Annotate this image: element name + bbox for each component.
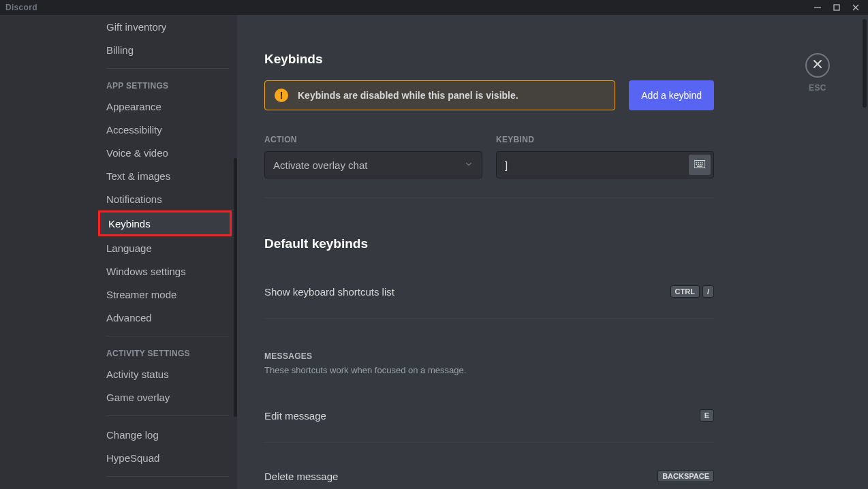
sidebar-category-activity-settings: ACTIVITY SETTINGS xyxy=(104,336,232,362)
sidebar-item-label: Billing xyxy=(106,44,134,56)
sidebar-item-label: Language xyxy=(106,242,152,254)
sidebar-item-streamer-mode[interactable]: Streamer mode xyxy=(104,283,232,306)
sidebar-item-label: Windows settings xyxy=(106,266,186,277)
chevron-down-icon xyxy=(464,159,474,171)
svg-rect-1 xyxy=(834,5,839,10)
svg-rect-13 xyxy=(697,165,702,166)
sidebar-item-gift-inventory[interactable]: Gift inventory xyxy=(104,15,232,38)
sidebar-item-text-images[interactable]: Text & images xyxy=(104,164,232,187)
content-divider xyxy=(264,198,714,198)
keybind-row-delete-message: Delete message BACKSPACE xyxy=(264,443,714,482)
keybinds-disabled-warning: ! Keybinds are disabled while this panel… xyxy=(264,80,615,110)
svg-rect-12 xyxy=(702,164,703,165)
settings-content: Keybinds ! Keybinds are disabled while t… xyxy=(237,15,868,489)
record-keybind-button[interactable] xyxy=(689,155,711,175)
sidebar-item-logout[interactable]: Log out xyxy=(104,484,232,489)
keybind-row-show-shortcuts: Show keyboard shortcuts list CTRL / xyxy=(264,251,714,319)
add-keybind-button[interactable]: Add a keybind xyxy=(629,80,714,110)
settings-sidebar: Gift inventory Billing APP SETTINGS Appe… xyxy=(0,15,237,489)
page-title: Keybinds xyxy=(264,52,714,67)
action-select-value: Activate overlay chat xyxy=(273,159,367,171)
sidebar-item-game-overlay[interactable]: Game overlay xyxy=(104,385,232,409)
sidebar-item-label: Gift inventory xyxy=(106,21,166,33)
sidebar-item-label: Change log xyxy=(106,429,159,441)
key-cap: E xyxy=(700,409,714,422)
sidebar-item-appearance[interactable]: Appearance xyxy=(104,95,232,118)
close-settings: ESC xyxy=(805,53,830,93)
svg-rect-11 xyxy=(700,164,701,165)
keybind-row-label: Edit message xyxy=(264,410,326,422)
window-controls xyxy=(808,0,865,15)
keybind-value: ] xyxy=(505,159,508,171)
svg-rect-7 xyxy=(700,162,701,163)
titlebar: Discord xyxy=(0,0,868,15)
key-cap: BACKSPACE xyxy=(657,470,714,482)
keybind-row-keys: E xyxy=(700,409,714,422)
sidebar-item-keybinds[interactable]: Keybinds xyxy=(98,210,232,236)
sidebar-item-notifications[interactable]: Notifications xyxy=(104,187,232,210)
key-cap: CTRL xyxy=(670,285,700,298)
warning-icon: ! xyxy=(275,89,288,102)
window-close-button[interactable] xyxy=(846,0,865,15)
svg-rect-8 xyxy=(702,162,703,163)
svg-rect-6 xyxy=(698,162,699,163)
sidebar-item-label: Game overlay xyxy=(106,392,170,403)
svg-rect-5 xyxy=(696,162,697,163)
sidebar-category-app-settings: APP SETTINGS xyxy=(104,69,232,95)
sidebar-item-label: Text & images xyxy=(106,170,170,182)
sidebar-item-label: Activity status xyxy=(106,368,169,380)
window-minimize-button[interactable] xyxy=(808,0,827,15)
keybind-row-label: Show keyboard shortcuts list xyxy=(264,286,394,298)
key-cap: / xyxy=(702,285,714,298)
window-maximize-button[interactable] xyxy=(827,0,846,15)
sidebar-item-label: Accessibility xyxy=(106,124,162,136)
keybind-row-keys: CTRL / xyxy=(670,285,714,298)
default-keybinds-title: Default keybinds xyxy=(264,236,714,251)
keybind-row-edit-message: Edit message E xyxy=(264,375,714,443)
close-button[interactable] xyxy=(805,53,830,78)
sidebar-item-label: Notifications xyxy=(106,193,162,205)
sidebar-item-hypesquad[interactable]: HypeSquad xyxy=(104,446,232,469)
app-brand: Discord xyxy=(5,3,37,12)
keybind-label: KEYBIND xyxy=(496,135,714,144)
keybind-row-keys: BACKSPACE xyxy=(657,470,714,482)
close-icon xyxy=(812,59,823,73)
keyboard-icon xyxy=(694,159,705,170)
sidebar-item-billing[interactable]: Billing xyxy=(104,38,232,61)
sidebar-item-voice-video[interactable]: Voice & video xyxy=(104,141,232,164)
sidebar-item-activity-status[interactable]: Activity status xyxy=(104,362,232,385)
keybind-input[interactable]: ] xyxy=(496,151,714,178)
action-label: ACTION xyxy=(264,135,482,144)
sidebar-item-label: Keybinds xyxy=(108,218,151,230)
messages-subsection-note: These shortcuts work when focused on a m… xyxy=(264,365,714,375)
warning-text: Keybinds are disabled while this panel i… xyxy=(298,90,518,101)
action-select[interactable]: Activate overlay chat xyxy=(264,151,482,178)
sidebar-item-label: Streamer mode xyxy=(106,289,176,300)
sidebar-item-label: Voice & video xyxy=(106,147,168,159)
sidebar-item-label: Advanced xyxy=(106,312,152,324)
sidebar-item-windows-settings[interactable]: Windows settings xyxy=(104,259,232,283)
keybind-row-label: Delete message xyxy=(264,471,338,482)
sidebar-item-language[interactable]: Language xyxy=(104,236,232,259)
main-scrollbar[interactable] xyxy=(863,15,867,489)
sidebar-item-accessibility[interactable]: Accessibility xyxy=(104,118,232,141)
close-label: ESC xyxy=(809,83,826,93)
sidebar-item-advanced[interactable]: Advanced xyxy=(104,306,232,329)
sidebar-item-label: HypeSquad xyxy=(106,452,159,464)
messages-subsection-header: MESSAGES xyxy=(264,351,714,361)
svg-rect-9 xyxy=(696,164,697,165)
sidebar-item-change-log[interactable]: Change log xyxy=(104,423,232,446)
sidebar-item-label: Appearance xyxy=(106,101,161,112)
svg-rect-10 xyxy=(698,164,699,165)
